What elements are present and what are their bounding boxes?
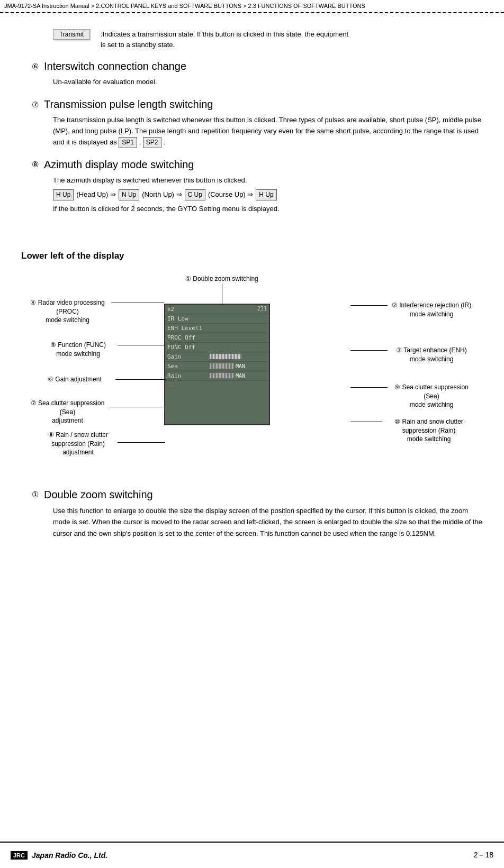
radar-row-x2: x2 [165,305,269,314]
ann-line-1 [222,284,222,304]
radar-row-func: FUNC Off [165,343,269,352]
section-8-num: ⑧ [32,160,39,169]
ann-line-8 [118,442,165,443]
transmit-section: Transmit :Indicates a transmission state… [53,29,483,50]
n-up-button: N Up [119,189,139,200]
ann-line-3 [350,350,388,351]
lower-left-heading: Lower left of the display [21,251,483,261]
footer-company: Japan Radio Co., Ltd. [32,851,107,860]
main-content: Transmit :Indicates a transmission state… [0,13,504,592]
ann-line-4 [111,303,164,303]
double-zoom-body: Use this function to enlarge to double t… [53,505,483,539]
double-zoom-title: Double zoom switching [44,489,153,501]
ann-line-9 [350,387,388,388]
ann-line-2 [350,305,388,306]
azimuth-sequence: H Up (Head Up) ⇒ N Up (North Up) ⇒ C Up … [53,189,483,200]
section-interswitch-heading: ⑥ Interswitch connection change [32,60,483,72]
jrc-label: JRC [11,851,28,860]
h-up-button: H Up [53,189,74,200]
radar-row-rain: Rain MAN [165,371,269,381]
c-up-button: C Up [185,189,205,200]
double-zoom-num: ① [32,490,39,499]
section-6-title: Interswitch connection change [44,60,186,72]
section-8-title: Azimuth display mode switching [44,159,194,171]
ann-line-6 [115,379,166,380]
section-7-num: ⑦ [32,100,39,109]
transmit-button[interactable]: Transmit [53,29,90,40]
ann-sea-mode: ⑨ Sea clutter suppression (Sea)mode swit… [386,383,476,409]
section-double-zoom-heading: ① Double zoom switching [32,489,483,501]
h-up-button-2: H Up [256,189,276,200]
radar-row-enh: ENH Level1 [165,324,269,333]
ann-gain: ⑥ Gain adjustment [48,375,116,384]
radar-display: 231 x2 IR Low ENH Level1 PROC Off FUNC O… [164,304,270,425]
section-azimuth-heading: ⑧ Azimuth display mode switching [32,159,483,171]
ann-line-5 [118,345,165,345]
ann-rain-mode: ⑩ Rain and snow cluttersuppression (Rain… [381,417,476,444]
section-8-text1: The azimuth display is switched whenever… [53,175,483,186]
north-up-text: (North Up) ⇒ [142,189,182,200]
section-6-num: ⑥ [32,62,39,71]
radar-corner-nums: 231 [257,306,267,312]
ann-double-zoom: ① Double zoom switching [185,275,258,284]
section-pulse-heading: ⑦ Transmission pulse length switching [32,98,483,111]
section-7-text1: The transmission pulse length is switche… [53,116,481,146]
ann-line-10 [350,422,382,422]
ann-line-7 [110,407,165,407]
breadcrumb: JMA-9172-SA Instruction Manual > 2.CONTR… [0,0,504,13]
section-7-title: Transmission pulse length switching [44,98,213,111]
radar-row-proc: PROC Off [165,333,269,343]
breadcrumb-text: JMA-9172-SA Instruction Manual > 2.CONTR… [4,3,365,9]
ann-enh: ③ Target enhance (ENH)mode switching [386,346,476,364]
section-7-text2: . [163,138,165,146]
footer-logo: JRC Japan Radio Co., Ltd. [11,851,107,860]
ann-ir: ② Interference rejection (IR)mode switch… [386,301,476,319]
ann-rain-adj: ⑧ Rain / snow cluttersuppression (Rain)a… [37,431,119,457]
radar-bottom-num: 22 [165,381,269,389]
section-7-body: The transmission pulse length is switche… [53,115,483,148]
footer-page: 2－18 [474,851,493,860]
diagram-container: 231 x2 IR Low ENH Level1 PROC Off FUNC O… [21,272,487,452]
footer: JRC Japan Radio Co., Ltd. 2－18 [0,842,504,868]
comma: , [139,138,143,146]
transmit-description: :Indicates a transmission state. If this… [101,29,355,50]
section-6-body: Un-available for evaluation model. [53,77,483,88]
radar-row-ir: IR Low [165,314,269,324]
section-8-text2: If the button is clicked for 2 seconds, … [53,204,483,215]
radar-row-sea: Sea MAN [165,362,269,371]
radar-row-gain: Gain [165,352,269,362]
sp2-button: SP2 [143,137,161,148]
course-up-text: (Course Up) ⇒ [208,189,253,200]
sp1-button: SP1 [119,137,137,148]
ann-sea-adj: ⑦ Sea clutter suppression (Sea)adjustmen… [24,399,111,425]
head-up-text: (Head Up) ⇒ [76,189,116,200]
ann-proc: ④ Radar video processing (PROC)mode swit… [21,298,114,325]
section-8-body: The azimuth display is switched whenever… [53,175,483,215]
ann-func: ⑤ Function (FUNC)mode switching [37,341,119,359]
